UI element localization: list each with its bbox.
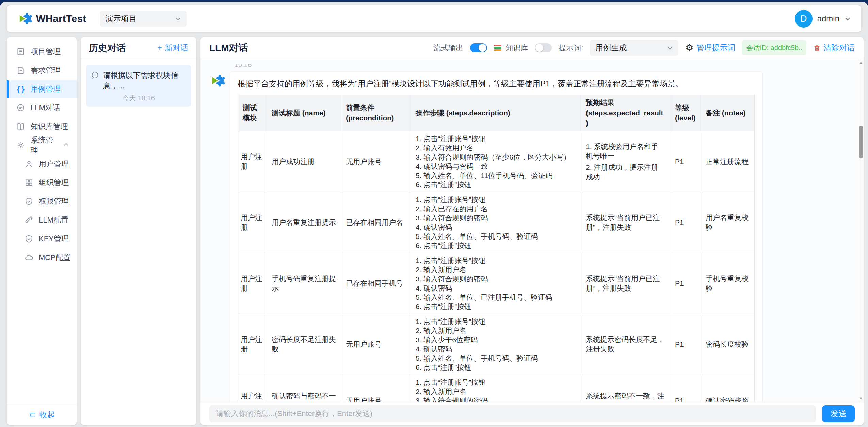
table-cell: 用户名重复注册提示 [267, 192, 341, 253]
project-select-value: 演示项目 [105, 14, 136, 24]
scrollbar-down-arrow[interactable]: ▼ [858, 396, 864, 401]
document-icon [16, 47, 25, 56]
table-cell: 无用户账号 [341, 375, 411, 402]
chat-scrollbar[interactable]: ▲ ▼ [858, 59, 864, 402]
stream-output-label: 流式输出 [433, 43, 463, 53]
collapse-label: 收起 [39, 410, 55, 420]
table-cell: 用户名重复校验 [701, 192, 755, 253]
history-item-time: 今天 10:16 [91, 94, 186, 103]
prompt-select[interactable]: 用例生成 [590, 40, 678, 56]
knowledge-base-toggle[interactable] [535, 43, 552, 52]
app-background: WHartTest 演示项目 D admin 项目管理 需求管理 { } 用例管… [0, 2, 868, 427]
avatar: D [795, 10, 813, 28]
cloud-icon [25, 253, 33, 262]
col-header: 备注 (notes) [701, 95, 755, 131]
sidebar: 项目管理 需求管理 { } 用例管理 LLM对话 知识库管理 系统管理 用户管理 [7, 37, 77, 425]
table-cell: 1. 点击“注册账号”按钮2. 输入新用户名3. 输入符合规则的密码4. 输入与… [411, 375, 581, 402]
sidebar-item-label: 权限管理 [39, 196, 69, 207]
sidebar-item-llm-config[interactable]: LLM配置 [7, 211, 77, 229]
gear-icon: ⚙ [685, 43, 693, 52]
sidebar-item-label: LLM对话 [31, 103, 60, 113]
assistant-avatar [209, 73, 225, 88]
toggle-knob [479, 44, 486, 52]
sidebar-item-requirement-management[interactable]: 需求管理 [7, 62, 77, 79]
table-row: 用户注册用户名重复注册提示已存在相同用户名1. 点击“注册账号”按钮2. 输入已… [238, 192, 755, 253]
chat-input-bar: 发送 [200, 402, 864, 425]
sidebar-item-knowledge-base[interactable]: 知识库管理 [7, 118, 77, 135]
shield-check-icon [25, 197, 33, 206]
previous-message-time-clipped: 10:16 [209, 64, 855, 69]
table-row: 用户注册用户成功注册无用户账号1. 点击“注册账号”按钮2. 输入有效用户名3.… [238, 131, 755, 192]
session-id-badge: 会话ID: addbfc5b.. [742, 40, 806, 55]
send-button[interactable]: 发送 [822, 405, 855, 422]
new-chat-button[interactable]: + 新对话 [158, 43, 188, 53]
table-cell: 密码长度校验 [701, 314, 755, 375]
sidebar-item-permission-management[interactable]: 权限管理 [7, 193, 77, 210]
history-panel: 历史对话 + 新对话 请根据以下需求模块信息，... 今天 10:16 [81, 37, 196, 425]
sidebar-item-project-management[interactable]: 项目管理 [7, 43, 77, 61]
table-cell: 确认密码与密码不一致注册失败 [267, 375, 341, 402]
chevron-down-icon [844, 15, 851, 22]
scrollbar-up-arrow[interactable]: ▲ [858, 60, 864, 65]
history-header: 历史对话 + 新对话 [81, 37, 196, 59]
sidebar-item-label: 用例管理 [31, 84, 61, 94]
sidebar-collapse-button[interactable]: 收起 [7, 405, 77, 425]
wrench-icon [25, 216, 33, 225]
sidebar-item-usecase-management[interactable]: { } 用例管理 [7, 80, 77, 98]
table-cell: 无用户账号 [341, 314, 411, 375]
scrollbar-thumb[interactable] [859, 126, 863, 158]
table-cell: P1 [670, 192, 701, 253]
history-item-title: 请根据以下需求模块信息，... [103, 70, 186, 92]
chevron-up-icon [63, 141, 69, 150]
user-icon [25, 160, 33, 168]
chevron-down-icon [175, 16, 181, 22]
table-cell: 正常注册流程 [701, 131, 755, 192]
user-menu[interactable]: D admin [795, 10, 851, 28]
sidebar-item-llm-chat[interactable]: LLM对话 [7, 99, 77, 117]
table-cell: 1. 点击“注册账号”按钮2. 输入有效用户名3. 输入符合规则的密码（至少6位… [411, 131, 581, 192]
table-row: 用户注册确认密码与密码不一致注册失败无用户账号1. 点击“注册账号”按钮2. 输… [238, 375, 755, 402]
col-header: 预期结果 (steps.expected_result) [581, 95, 670, 131]
col-header: 等级 (level) [670, 95, 701, 131]
table-cell: 已存在相同手机号 [341, 253, 411, 314]
sidebar-item-user-management[interactable]: 用户管理 [7, 155, 77, 173]
history-item[interactable]: 请根据以下需求模块信息，... 今天 10:16 [86, 65, 191, 107]
sidebar-item-key-management[interactable]: KEY管理 [7, 230, 77, 248]
table-cell: 用户注册 [238, 253, 267, 314]
sidebar-item-label: 知识库管理 [31, 121, 68, 132]
table-cell: 1. 点击“注册账号”按钮2. 输入新用户名3. 输入少于6位密码4. 确认密码… [411, 314, 581, 375]
file-icon [16, 66, 25, 75]
sidebar-item-label: 用户管理 [39, 159, 69, 169]
table-cell: 系统提示“当前用户已注册”，注册失败 [581, 253, 670, 314]
project-select[interactable]: 演示项目 [100, 11, 187, 27]
brand: WHartTest [17, 11, 86, 26]
table-cell: 手机号重复校验 [701, 253, 755, 314]
book-icon [16, 122, 25, 131]
gear-icon [16, 141, 25, 150]
table-cell: 确认密码校验 [701, 375, 755, 402]
table-cell: 1. 点击“注册账号”按钮2. 输入已存在的用户名3. 输入符合规则的密码4. … [411, 192, 581, 253]
chat-messages-area: 10:16 根据平台支持的用例等级，我将为“用户注册”模块设计以下功能测试用例，… [200, 59, 864, 402]
chat-message-input[interactable] [209, 405, 816, 422]
table-cell: 系统提示“当前用户已注册”，注册失败 [581, 192, 670, 253]
shield-check-icon [25, 234, 33, 243]
manage-prompts-button[interactable]: ⚙ 管理提示词 [685, 43, 735, 53]
knowledge-base-label: 知识库 [505, 43, 528, 53]
sidebar-item-org-management[interactable]: 组织管理 [7, 174, 77, 192]
testcase-table: 测试模块 测试标题 (name) 前置条件 (precondition) 操作步… [238, 95, 755, 402]
chat-bubble-icon [91, 71, 99, 81]
table-cell: 用户注册 [238, 314, 267, 375]
stream-output-toggle[interactable] [470, 43, 487, 52]
sidebar-item-label: 组织管理 [39, 178, 69, 188]
clear-chat-button[interactable]: 清除对话 [813, 43, 855, 53]
table-row: 用户注册密码长度不足注册失败无用户账号1. 点击“注册账号”按钮2. 输入新用户… [238, 314, 755, 375]
table-cell: P1 [670, 314, 701, 375]
table-cell: 密码长度不足注册失败 [267, 314, 341, 375]
table-cell: 系统提示密码不一致，注册失败 [581, 375, 670, 402]
sidebar-item-mcp-config[interactable]: MCP配置 [7, 249, 77, 266]
table-cell: 用户注册 [238, 375, 267, 402]
table-cell: P1 [670, 375, 701, 402]
top-header: WHartTest 演示项目 D admin [7, 5, 861, 32]
sidebar-item-label: LLM配置 [39, 215, 68, 225]
sidebar-item-system-management[interactable]: 系统管理 [7, 136, 77, 154]
